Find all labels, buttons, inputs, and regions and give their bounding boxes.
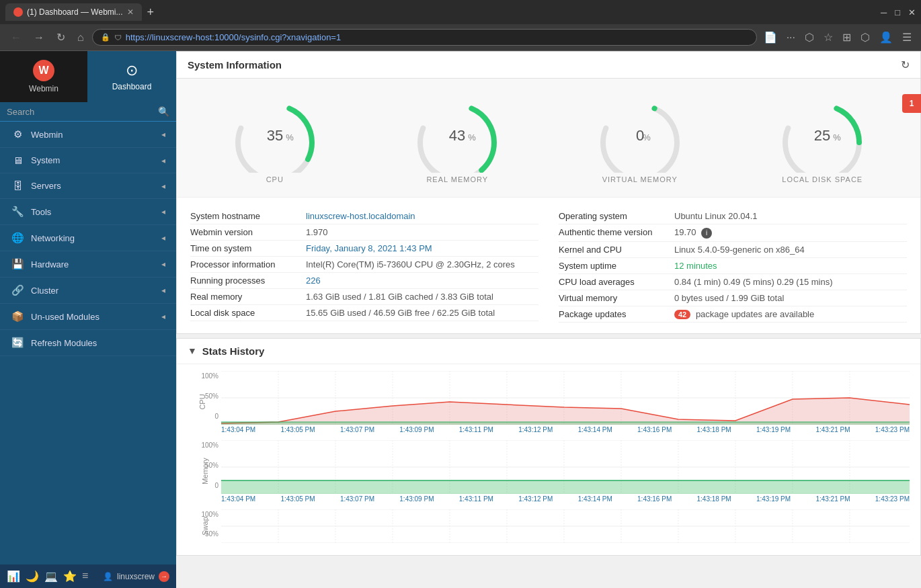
night-mode-icon[interactable]: 🌙: [26, 570, 39, 583]
shield-icon: 🛡: [114, 34, 122, 42]
extensions-button[interactable]: ⊞: [840, 28, 854, 46]
virtual-memory-value: 0 bytes used / 1.99 GiB total: [674, 293, 784, 303]
chevron-right-icon: ◂: [161, 312, 165, 321]
sidebar-header: W Webmin ⊙ Dashboard: [0, 51, 176, 102]
swap-chart-wrapper: Swap: [221, 509, 910, 543]
terminal-icon[interactable]: 💻: [44, 570, 58, 583]
memory-time-7: 1:43:14 PM: [578, 495, 612, 503]
hostname-value[interactable]: linuxscrew-host.localdomain: [306, 211, 415, 221]
chevron-right-icon: ◂: [161, 156, 165, 165]
cpu-y-100: 100%: [188, 372, 218, 380]
swap-chart-label: Swap: [201, 517, 209, 536]
gauges-row: 35 % CPU 43 % REAL MEMORY: [177, 79, 920, 198]
virtual-memory-gauge-label: VIRTUAL MEMORY: [602, 175, 678, 183]
real-memory-gauge-label: REAL MEMORY: [426, 175, 488, 183]
sync-button[interactable]: ⬡: [858, 28, 873, 46]
address-bar[interactable]: 🔒 🛡 https://linuxscrew-host:10000/sysinf…: [92, 29, 757, 46]
memory-time-1: 1:43:04 PM: [221, 495, 255, 503]
local-disk-key: Local disk space: [190, 308, 298, 318]
profile-button[interactable]: 👤: [877, 28, 895, 46]
sidebar-item-networking-label: Networking: [31, 233, 75, 243]
processes-value[interactable]: 226: [306, 276, 321, 286]
new-tab-button[interactable]: +: [147, 5, 155, 19]
processes-key: Running processes: [190, 276, 298, 286]
webmin-nav-icon: ⚙: [11, 128, 24, 140]
real-memory-value: 1.63 GiB used / 1.81 GiB cached / 3.83 G…: [306, 292, 493, 302]
notification-badge[interactable]: 1: [902, 94, 921, 113]
sidebar-item-system[interactable]: 🖥 System ◂: [0, 148, 176, 173]
info-row-packages: Package updates 42 package updates are a…: [559, 306, 907, 323]
svg-marker-48: [221, 480, 910, 494]
sidebar-item-refresh-modules[interactable]: 🔄 Refresh Modules: [0, 330, 176, 356]
real-memory-gauge: 43 % REAL MEMORY: [390, 92, 524, 183]
sidebar-search-bar[interactable]: 🔍: [0, 102, 176, 122]
cpu-time-1: 1:43:04 PM: [221, 426, 255, 433]
cpu-load-value: 0.84 (1 min) 0.49 (5 mins) 0.29 (15 mins…: [674, 277, 833, 287]
uptime-value[interactable]: 12 minutes: [674, 261, 717, 271]
close-window-button[interactable]: ✕: [908, 7, 916, 17]
sidebar-item-servers[interactable]: 🗄 Servers ◂: [0, 173, 176, 199]
memory-time-3: 1:43:07 PM: [340, 495, 374, 503]
forward-button[interactable]: →: [30, 29, 48, 46]
svg-marker-32: [221, 422, 910, 425]
sidebar-item-refresh-modules-label: Refresh Modules: [31, 338, 97, 348]
sidebar-item-unused-modules[interactable]: 📦 Un-used Modules ◂: [0, 304, 176, 330]
settings-icon[interactable]: ≡: [82, 570, 88, 583]
packages-value: 42 package updates are available: [674, 309, 814, 319]
restore-button[interactable]: □: [895, 7, 900, 17]
menu-button[interactable]: ☰: [899, 28, 914, 46]
back-button[interactable]: ←: [7, 29, 26, 46]
refresh-button[interactable]: ↻: [901, 58, 910, 71]
memory-chart-label: Memory: [201, 458, 209, 485]
memory-time-10: 1:43:19 PM: [756, 495, 791, 503]
tab-favicon: [13, 7, 23, 17]
sidebar-dashboard-button[interactable]: ⊙ Dashboard: [87, 51, 176, 102]
chevron-right-icon: ◂: [161, 233, 165, 243]
info-table: System hostname linuxscrew-host.localdom…: [177, 198, 920, 333]
stats-collapse-button[interactable]: ▼: [188, 345, 197, 356]
minimize-button[interactable]: ─: [881, 7, 887, 17]
sidebar-item-tools[interactable]: 🔧 Tools ◂: [0, 199, 176, 225]
info-right-column: Operating system Ubuntu Linux 20.04.1 Au…: [559, 208, 907, 323]
notification-count: 1: [910, 99, 914, 108]
bookmark-button[interactable]: ☆: [821, 28, 836, 46]
dashboard-label: Dashboard: [112, 82, 152, 91]
info-row-processor: Processor information Intel(R) Core(TM) …: [190, 257, 538, 273]
pocket-button[interactable]: ⬡: [802, 28, 817, 46]
user-logout-button[interactable]: →: [159, 571, 169, 582]
package-updates-link[interactable]: package updates are available: [696, 309, 814, 319]
local-disk-value: 15.65 GiB used / 46.59 GiB free / 62.25 …: [306, 308, 495, 318]
virtual-memory-key: Virtual memory: [559, 293, 666, 303]
kernel-value: Linux 5.4.0-59-generic on x86_64: [674, 245, 805, 255]
browser-tab[interactable]: (1) Dashboard — Webmi... ✕: [5, 3, 142, 21]
sidebar-item-webmin-label: Webmin: [31, 130, 63, 140]
cpu-time-3: 1:43:07 PM: [340, 426, 374, 433]
sidebar-webmin-button[interactable]: W Webmin: [0, 51, 87, 102]
sidebar-item-networking[interactable]: 🌐 Networking ◂: [0, 225, 176, 251]
favorites-icon[interactable]: ⭐: [63, 570, 77, 583]
stats-history-panel: ▼ Stats History 100% 50% 0 CPU: [176, 338, 921, 556]
sidebar-item-hardware[interactable]: 💾 Hardware ◂: [0, 251, 176, 278]
reader-mode-button[interactable]: 📄: [761, 28, 780, 46]
sidebar-item-webmin[interactable]: ⚙ Webmin ◂: [0, 122, 176, 148]
home-button[interactable]: ⌂: [73, 29, 88, 46]
refresh-modules-nav-icon: 🔄: [11, 337, 24, 349]
chevron-right-icon: ◂: [161, 286, 165, 295]
os-key: Operating system: [559, 211, 666, 221]
tab-close-button[interactable]: ✕: [127, 7, 134, 17]
processor-key: Processor information: [190, 259, 298, 269]
cpu-time-12: 1:43:23 PM: [875, 426, 910, 433]
stats-history-title: Stats History: [202, 345, 265, 357]
memory-time-5: 1:43:11 PM: [459, 495, 493, 503]
memory-y-100: 100%: [188, 442, 218, 449]
sidebar-item-cluster[interactable]: 🔗 Cluster ◂: [0, 278, 176, 304]
search-input[interactable]: [7, 107, 158, 117]
stats-icon[interactable]: 📊: [7, 570, 20, 583]
cpu-time-5: 1:43:11 PM: [459, 426, 493, 433]
more-options-button[interactable]: ···: [784, 29, 798, 46]
info-icon[interactable]: i: [701, 228, 712, 239]
reload-button[interactable]: ↻: [52, 28, 69, 46]
svg-text:43: 43: [449, 127, 465, 144]
memory-time-12: 1:43:23 PM: [875, 495, 910, 503]
time-value[interactable]: Friday, January 8, 2021 1:43 PM: [306, 243, 432, 253]
